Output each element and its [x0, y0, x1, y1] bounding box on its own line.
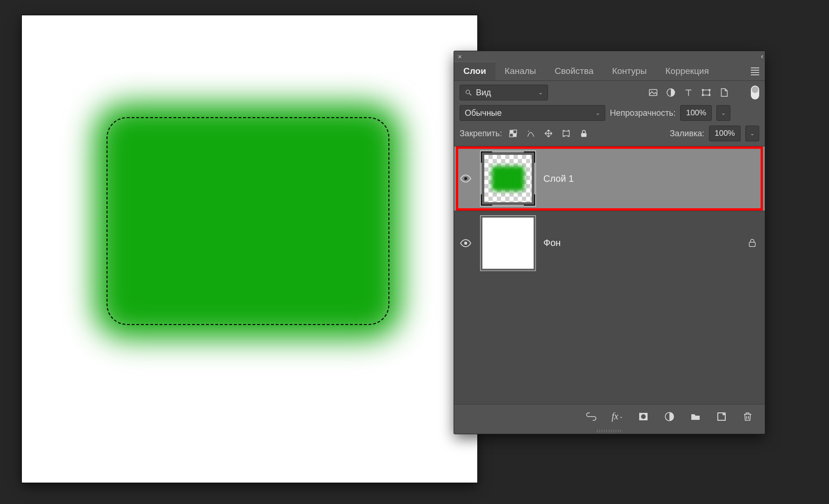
new-adjustment-layer-icon[interactable] — [662, 410, 676, 424]
filter-toggle[interactable] — [751, 86, 759, 99]
thumbnail-content — [482, 218, 534, 269]
svg-point-13 — [528, 131, 529, 132]
selection-corner-icon — [481, 152, 492, 163]
chevron-down-icon: ⌄ — [595, 110, 600, 116]
lock-position-icon[interactable] — [542, 127, 555, 140]
layer-name-label[interactable]: Слой 1 — [543, 173, 758, 184]
svg-rect-11 — [513, 130, 517, 134]
blend-mode-value: Обычные — [465, 108, 502, 118]
layers-list: Слой 1 Фон — [454, 146, 765, 404]
filter-type-icon[interactable] — [682, 86, 695, 99]
panel-options: Вид ⌄ Обы — [454, 81, 765, 146]
svg-rect-10 — [513, 133, 517, 137]
layers-panel: × ‹‹ Слои Каналы Свойства Контуры Коррек… — [454, 51, 765, 434]
lock-all-icon[interactable] — [577, 127, 590, 140]
svg-rect-7 — [702, 94, 704, 96]
blend-mode-select[interactable]: Обычные ⌄ — [460, 105, 605, 121]
tab-paths[interactable]: Контуры — [603, 61, 656, 80]
tab-adjustments[interactable]: Коррекция — [656, 61, 718, 80]
search-icon — [465, 89, 472, 96]
fill-label: Заливка: — [670, 129, 704, 139]
selection-marquee[interactable] — [107, 117, 389, 325]
opacity-input[interactable]: 100% — [680, 105, 712, 121]
canvas-document[interactable] — [22, 15, 477, 483]
panel-footer: fx⌄ — [454, 404, 765, 428]
tab-channels[interactable]: Каналы — [495, 61, 545, 80]
svg-rect-5 — [702, 89, 704, 91]
chevron-down-icon: ⌄ — [538, 89, 543, 96]
svg-rect-6 — [709, 89, 711, 91]
svg-rect-14 — [563, 131, 569, 136]
svg-rect-18 — [749, 242, 755, 246]
delete-layer-icon[interactable] — [741, 410, 755, 424]
thumbnail-content — [492, 166, 524, 191]
svg-rect-9 — [510, 130, 514, 134]
opacity-slider-toggle[interactable]: ⌄ — [716, 105, 730, 121]
svg-rect-12 — [510, 133, 514, 137]
fill-slider-toggle[interactable]: ⌄ — [745, 126, 759, 141]
tab-properties[interactable]: Свойства — [545, 61, 602, 80]
layer-thumbnail[interactable] — [480, 215, 536, 271]
layer-effects-icon[interactable]: fx⌄ — [610, 410, 624, 424]
layer-row[interactable]: Фон — [454, 211, 765, 275]
svg-point-20 — [641, 414, 646, 419]
fill-input[interactable]: 100% — [709, 126, 741, 141]
filter-adjustment-icon[interactable] — [664, 86, 677, 99]
link-layers-icon[interactable] — [584, 410, 598, 424]
panel-menu-icon[interactable] — [751, 61, 759, 81]
lock-transparency-icon[interactable] — [507, 127, 520, 140]
panel-tabs: Слои Каналы Свойства Контуры Коррекция — [454, 61, 765, 81]
add-mask-icon[interactable] — [636, 410, 650, 424]
layer-name-label[interactable]: Фон — [543, 238, 740, 248]
panel-titlebar: × ‹‹ — [454, 51, 765, 61]
filter-pixel-icon[interactable] — [647, 86, 660, 99]
selection-corner-icon — [481, 194, 492, 206]
layer-filter-select[interactable]: Вид ⌄ — [460, 85, 548, 100]
tab-layers[interactable]: Слои — [454, 61, 495, 80]
svg-point-0 — [466, 90, 470, 94]
resize-grip[interactable] — [454, 428, 765, 434]
opacity-label: Непрозрачность: — [610, 108, 675, 118]
visibility-toggle-icon[interactable] — [460, 237, 472, 249]
close-icon[interactable]: × — [458, 53, 462, 60]
layer-filter-label: Вид — [476, 88, 491, 98]
filter-shape-icon[interactable] — [700, 86, 713, 99]
new-group-icon[interactable] — [689, 410, 702, 424]
lock-icon[interactable] — [747, 238, 758, 249]
selection-corner-icon — [524, 152, 535, 163]
lock-artboard-icon[interactable] — [560, 127, 573, 140]
new-layer-icon[interactable] — [715, 410, 729, 424]
layer-thumbnail[interactable] — [480, 151, 536, 206]
svg-line-1 — [469, 93, 471, 95]
svg-rect-15 — [581, 133, 587, 137]
layer-row[interactable]: Слой 1 — [454, 146, 765, 211]
lock-image-icon[interactable] — [524, 127, 537, 140]
visibility-toggle-icon[interactable] — [460, 172, 472, 185]
svg-point-17 — [464, 241, 468, 245]
svg-rect-4 — [703, 90, 710, 95]
lock-label: Закрепить: — [460, 129, 502, 139]
svg-rect-8 — [709, 94, 711, 96]
svg-point-16 — [464, 177, 468, 180]
filter-smartobject-icon[interactable] — [717, 86, 730, 99]
selection-corner-icon — [524, 194, 535, 206]
